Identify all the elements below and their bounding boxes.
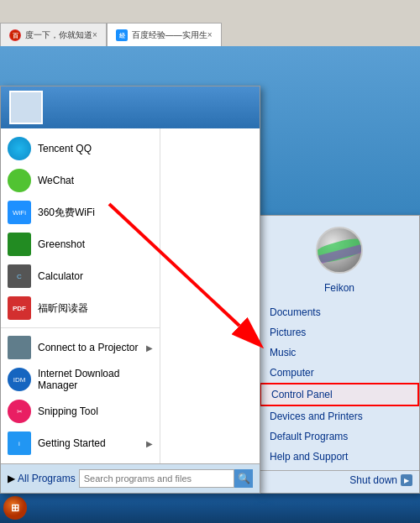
start-button[interactable]: ⊞ xyxy=(3,495,28,520)
icon-greenshot xyxy=(8,233,31,256)
right-item-help-support[interactable]: Help and Support xyxy=(260,447,419,467)
shutdown-icon: ▶ xyxy=(401,474,412,486)
shutdown-button[interactable]: Shut down ▶ xyxy=(349,474,412,486)
right-item-music[interactable]: Music xyxy=(260,343,419,363)
menu-item-greenshot[interactable]: Greenshot xyxy=(1,228,160,260)
feikon-section: Feikon xyxy=(260,227,419,298)
start-menu-left: Tencent QQ WeChat WiFi 360免费WiFi Greensh… xyxy=(1,128,160,463)
tab-favicon-2: 经 xyxy=(116,29,128,41)
browser-tabs: 百 度一下，你就知道 × 经 百度经验——实用生活指南 × xyxy=(0,0,222,46)
menu-item-idm[interactable]: IDM Internet Download Manager xyxy=(1,363,160,395)
icon-projector xyxy=(8,336,31,359)
right-item-devices-printers[interactable]: Devices and Printers xyxy=(260,406,419,426)
tab-label-2: 百度经验——实用生活指南 xyxy=(132,29,207,41)
menu-item-wifi-360[interactable]: WiFi 360免费WiFi xyxy=(1,196,160,228)
right-item-control-panel[interactable]: Control Panel xyxy=(260,383,419,406)
programs-icon: ▶ xyxy=(8,473,15,484)
tab-close-1[interactable]: × xyxy=(92,30,97,39)
icon-wifi-360: WiFi xyxy=(8,201,31,224)
menu-label-greenshot: Greenshot xyxy=(38,238,85,250)
start-search: ▶ All Programs 🔍 xyxy=(1,463,260,493)
tab-label-1: 度一下，你就知道 xyxy=(25,29,92,41)
svg-text:百: 百 xyxy=(13,33,19,39)
menu-item-getting-started[interactable]: i Getting Started ▶ xyxy=(1,427,160,459)
right-panel: Feikon Documents Pictures Music Computer… xyxy=(260,215,420,494)
right-item-computer[interactable]: Computer xyxy=(260,363,419,383)
search-input[interactable] xyxy=(79,469,234,488)
tab-favicon-1: 百 xyxy=(9,29,21,41)
menu-label-getting-started: Getting Started xyxy=(38,437,106,449)
menu-item-snipping[interactable]: ✂ Snipping Tool xyxy=(1,395,160,427)
menu-arrow-getting-started: ▶ xyxy=(146,439,153,448)
menu-divider-1 xyxy=(1,327,160,328)
right-item-feikon[interactable]: Feikon xyxy=(260,278,419,298)
right-item-documents[interactable]: Documents xyxy=(260,302,419,322)
tab-baidu-search[interactable]: 百 度一下，你就知道 × xyxy=(0,23,107,46)
menu-item-wechat[interactable]: WeChat xyxy=(1,165,160,196)
icon-pdf-reader: PDF xyxy=(8,296,31,320)
feikon-icon xyxy=(316,227,363,274)
right-item-pictures[interactable]: Pictures xyxy=(260,322,419,343)
right-item-default-programs[interactable]: Default Programs xyxy=(260,426,419,447)
menu-label-snipping: Snipping Tool xyxy=(38,405,98,417)
menu-label-idm: Internet Download Manager xyxy=(38,368,153,391)
icon-tencent-qq xyxy=(8,137,31,160)
svg-text:⊞: ⊞ xyxy=(11,502,19,514)
menu-label-wifi-360: 360免费WiFi xyxy=(38,206,95,220)
svg-text:▶: ▶ xyxy=(404,477,410,484)
menu-arrow-projector: ▶ xyxy=(146,343,153,353)
start-menu-header xyxy=(1,86,260,128)
tab-close-2[interactable]: × xyxy=(207,30,213,39)
menu-label-fuxin: 福昕阅读器 xyxy=(38,301,88,316)
start-menu-body: Tencent QQ WeChat WiFi 360免费WiFi Greensh… xyxy=(1,128,260,463)
menu-label-projector: Connect to a Projector xyxy=(38,342,138,353)
user-avatar xyxy=(9,91,43,124)
shutdown-label: Shut down xyxy=(349,474,397,486)
menu-item-calculator[interactable]: C Calculator xyxy=(1,260,160,292)
all-programs-label: All Programs xyxy=(18,473,76,484)
start-menu: Tencent QQ WeChat WiFi 360免费WiFi Greensh… xyxy=(0,86,260,494)
icon-getting-started: i xyxy=(8,431,31,455)
menu-item-tencent-qq[interactable]: Tencent QQ xyxy=(1,133,160,165)
taskbar: ⊞ xyxy=(0,494,420,523)
shutdown-area: Shut down ▶ xyxy=(260,470,419,486)
icon-calculator: C xyxy=(8,264,31,288)
menu-label-tencent-qq: Tencent QQ xyxy=(38,143,92,154)
menu-label-calculator: Calculator xyxy=(38,270,83,282)
menu-item-fuxin[interactable]: PDF 福昕阅读器 xyxy=(1,292,160,324)
menu-item-projector[interactable]: Connect to a Projector ▶ xyxy=(1,332,160,363)
browser-bar: 百 度一下，你就知道 × 经 百度经验——实用生活指南 × xyxy=(0,0,420,46)
icon-idm: IDM xyxy=(8,368,31,391)
tab-baidu-jingyan[interactable]: 经 百度经验——实用生活指南 × xyxy=(107,23,222,46)
menu-label-wechat: WeChat xyxy=(38,175,74,186)
svg-text:经: 经 xyxy=(118,33,125,39)
search-button[interactable]: 🔍 xyxy=(234,469,253,488)
icon-wechat xyxy=(8,169,31,192)
icon-snipping-tool: ✂ xyxy=(8,400,31,423)
all-programs-item[interactable]: ▶ All Programs xyxy=(8,473,76,484)
